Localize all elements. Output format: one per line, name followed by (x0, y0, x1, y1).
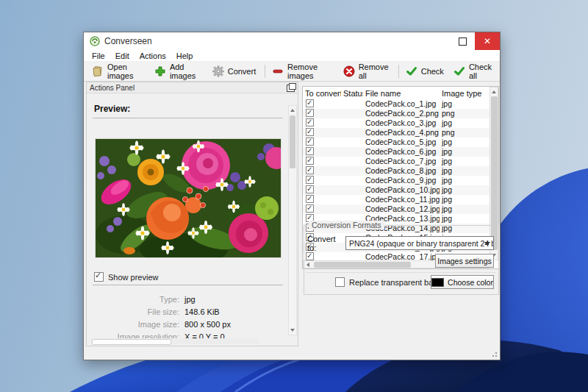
col-status[interactable]: Status (341, 89, 363, 98)
remove-all-button[interactable]: Remove all (340, 60, 395, 82)
row-image-type: jpg (440, 166, 490, 176)
table-row[interactable]: CodecPack.co_3.jpg jpg (303, 118, 490, 128)
table-row[interactable]: CodecPack.co_2.png png (303, 109, 490, 118)
row-checkbox[interactable] (306, 204, 314, 213)
chevron-down-icon (484, 242, 490, 246)
row-checkbox[interactable] (306, 118, 314, 126)
row-file-name: CodecPack.co_3.jpg (363, 118, 440, 128)
image-details: Type: jpg File size: 148.6 KiB Image siz… (90, 295, 284, 341)
divider (306, 272, 496, 273)
close-icon: ✕ (484, 36, 491, 46)
remove-all-label: Remove all (359, 63, 390, 80)
title-bar[interactable]: Converseen ✕ (84, 32, 500, 50)
row-checkbox[interactable] (306, 147, 314, 155)
actions-panel-header[interactable]: Actions Panel (87, 82, 298, 93)
desktop: Converseen ✕ File Edit Actions Help Open… (0, 0, 588, 392)
row-checkbox[interactable] (306, 195, 314, 203)
row-checkbox[interactable] (306, 157, 314, 165)
images-settings-button[interactable]: Images settings (435, 254, 494, 268)
row-file-name: CodecPack.co_8.jpg (363, 166, 440, 176)
scroll-down-icon[interactable] (289, 327, 296, 334)
row-image-type: jpg (440, 204, 490, 214)
check-all-button[interactable]: Check all (450, 60, 500, 82)
table-row[interactable]: CodecPack.co_9.jpg jpg (303, 176, 490, 185)
show-preview-checkbox[interactable] (94, 272, 104, 282)
table-row[interactable]: CodecPack.co_12.jpg jpg (303, 204, 490, 214)
scroll-up-icon[interactable] (490, 88, 498, 96)
type-label: Type: (90, 295, 179, 304)
actions-panel-horizontal-scrollbar[interactable] (91, 338, 259, 344)
row-checkbox[interactable] (306, 138, 314, 146)
open-images-button[interactable]: Open images (88, 60, 151, 82)
table-row[interactable]: CodecPack.co_10.jpg jpg (303, 185, 490, 195)
close-button[interactable]: ✕ (475, 32, 500, 50)
image-size-label: Image size: (90, 320, 179, 329)
replace-background-checkbox[interactable] (335, 277, 345, 287)
menu-actions[interactable]: Actions (135, 51, 171, 61)
col-file-name[interactable]: File name (363, 89, 440, 98)
conversion-formats-group: Conversion Formats Convert to: PNG24 (op… (304, 225, 499, 295)
table-header: To convert Status File name Image type (303, 87, 490, 100)
type-value: jpg (184, 295, 284, 304)
converseen-window: Converseen ✕ File Edit Actions Help Open… (83, 32, 501, 360)
show-preview-checkbox-row[interactable]: Show preview (94, 272, 158, 282)
divider (93, 118, 283, 118)
table-row[interactable]: CodecPack.co_7.jpg jpg (303, 157, 490, 166)
row-image-type: jpg (440, 138, 490, 147)
float-panel-icon[interactable] (287, 85, 295, 92)
choose-color-button[interactable]: Choose color (431, 275, 494, 289)
table-row[interactable]: CodecPack.co_5.jpg jpg (303, 138, 490, 147)
row-image-type: png (440, 109, 490, 118)
remove-all-icon (343, 65, 355, 77)
image-size-value: 800 x 500 px (184, 320, 284, 329)
menu-edit[interactable]: Edit (110, 51, 135, 61)
remove-images-button[interactable]: Remove images (268, 60, 340, 82)
row-image-type: jpg (440, 185, 490, 195)
scrollbar-thumb[interactable] (92, 339, 171, 345)
row-checkbox[interactable] (306, 99, 314, 107)
row-file-name: CodecPack.co_5.jpg (363, 138, 440, 147)
choose-color-label: Choose color (448, 278, 493, 287)
row-checkbox[interactable] (306, 185, 314, 193)
actions-panel-body: Preview: (87, 93, 298, 346)
format-selected-value: PNG24 (opaque or binary transparent 24 b… (349, 239, 494, 248)
menu-file[interactable]: File (87, 51, 110, 61)
row-file-name: CodecPack.co_11.jpg (363, 195, 440, 204)
check-label: Check (421, 67, 444, 76)
add-images-label: Add images (170, 63, 203, 80)
add-images-button[interactable]: Add images (151, 60, 209, 82)
convert-to-row: Convert to: PNG24 (opaque or binary tran… (307, 236, 494, 250)
actions-panel-vertical-scrollbar[interactable] (288, 105, 297, 335)
maximize-button[interactable] (459, 38, 467, 46)
col-to-convert[interactable]: To convert (303, 89, 341, 98)
table-row[interactable]: CodecPack.co_6.jpg jpg (303, 147, 490, 157)
actions-panel: Actions Panel Preview: (86, 82, 298, 346)
conversion-formats-title: Conversion Formats (309, 221, 384, 229)
row-file-name: CodecPack.co_10.jpg (363, 185, 440, 195)
convert-button[interactable]: Convert (209, 63, 262, 79)
row-checkbox[interactable] (306, 109, 314, 117)
menu-help[interactable]: Help (171, 51, 198, 61)
table-row[interactable]: CodecPack.co_11.jpg jpg (303, 195, 490, 204)
table-row[interactable]: CodecPack.co_4.png png (303, 128, 490, 138)
open-images-label: Open images (107, 63, 145, 80)
resize-grip[interactable] (495, 355, 497, 357)
window-title: Converseen (104, 36, 152, 46)
color-swatch (431, 278, 444, 287)
scrollbar-thumb[interactable] (290, 115, 295, 168)
row-checkbox[interactable] (306, 176, 314, 184)
table-row[interactable]: CodecPack.co_1.jpg jpg (303, 99, 490, 109)
check-button[interactable]: Check (402, 63, 450, 79)
col-image-type[interactable]: Image type (440, 89, 490, 98)
format-select[interactable]: PNG24 (opaque or binary transparent 24 b… (345, 236, 494, 250)
table-row[interactable]: CodecPack.co_8.jpg jpg (303, 166, 490, 176)
row-checkbox[interactable] (306, 128, 314, 136)
file-size-value: 148.6 KiB (184, 307, 284, 316)
actions-panel-title: Actions Panel (90, 84, 135, 92)
row-image-type: jpg (440, 157, 490, 166)
scroll-up-icon[interactable] (289, 107, 296, 114)
convert-to-label: Convert to: (307, 235, 345, 252)
toolbar: Open images Add images (84, 62, 500, 82)
row-file-name: CodecPack.co_1.jpg (363, 99, 440, 109)
row-checkbox[interactable] (306, 166, 314, 174)
